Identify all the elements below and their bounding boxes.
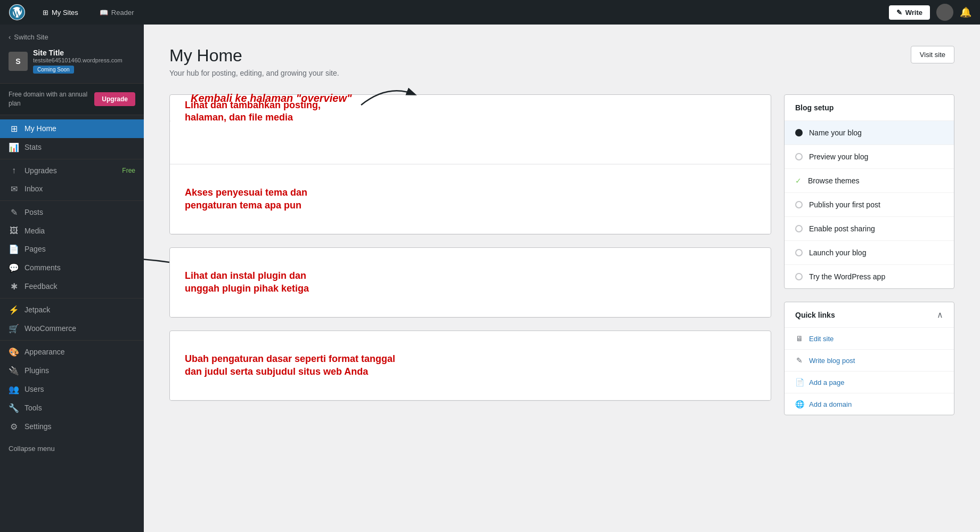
my-sites-icon: ⊞ xyxy=(43,9,48,17)
jetpack-icon: ⚡ xyxy=(9,305,19,315)
blog-panel-plugins[interactable]: Lihat dan instal plugin danunggah plugin… xyxy=(170,248,771,317)
blog-panel-posts[interactable]: Lihat dan tambahkan posting,halaman, dan… xyxy=(170,95,771,164)
chevron-left-icon: ‹ xyxy=(9,33,11,41)
page-title: My Home xyxy=(169,46,339,66)
topbar-reader[interactable]: 📖 Reader xyxy=(95,6,138,19)
site-url: testsite645101460.wordpress.com xyxy=(33,57,123,63)
tools-label: Tools xyxy=(24,404,135,412)
home-icon: ⊞ xyxy=(9,124,19,134)
quick-link-edit-site[interactable]: 🖥 Edit site xyxy=(785,328,954,350)
sidebar-item-upgrades[interactable]: ↑ Upgrades Free xyxy=(0,162,144,180)
notifications-bell-icon[interactable]: 🔔 xyxy=(960,6,971,18)
posts-label: Posts xyxy=(24,208,135,216)
add-domain-label: Add a domain xyxy=(809,400,852,408)
site-text: Site Title testsite645101460.wordpress.c… xyxy=(33,49,123,74)
media-label: Media xyxy=(24,227,135,235)
setup-item-dot-name xyxy=(795,129,803,136)
users-label: Users xyxy=(24,385,135,393)
site-name: Site Title xyxy=(33,49,123,57)
blog-setup-card: Blog setup Name your blog Preview your b… xyxy=(784,94,954,289)
setup-item-browse-themes[interactable]: ✓ Browse themes xyxy=(785,169,954,193)
annotation-overview-text: Kembali ke halaman "overview" xyxy=(191,91,352,105)
topbar: ⊞ My Sites 📖 Reader ✎ Write 🔔 xyxy=(0,0,980,25)
sidebar-item-media[interactable]: 🖼 Media xyxy=(0,222,144,240)
write-post-label: Write blog post xyxy=(809,357,855,365)
add-page-label: Add a page xyxy=(809,378,845,386)
topbar-brand xyxy=(9,4,26,21)
sidebar-item-posts[interactable]: ✎ Posts xyxy=(0,203,144,222)
posts-icon: ✎ xyxy=(9,207,19,217)
nav-section: ⊞ My Home 📊 Stats ↑ Upgrades Free ✉ Inbo… xyxy=(0,115,144,440)
settings-icon: ⚙ xyxy=(9,422,19,432)
users-icon: 👥 xyxy=(9,384,19,394)
site-icon: S xyxy=(9,52,28,71)
setup-item-launch-blog[interactable]: Launch your blog xyxy=(785,241,954,265)
upgrades-free-badge: Free xyxy=(122,167,135,174)
switch-site[interactable]: ‹ Switch Site xyxy=(9,31,135,43)
sidebar-item-settings[interactable]: ⚙ Settings xyxy=(0,417,144,436)
add-domain-icon: 🌐 xyxy=(795,400,804,408)
sidebar-item-my-home[interactable]: ⊞ My Home xyxy=(0,119,144,138)
settings-card: Ubah pengaturan dasar seperti format tan… xyxy=(169,331,771,401)
write-button[interactable]: ✎ Write xyxy=(889,5,930,20)
quick-links-card: Quick links ∧ 🖥 Edit site ✎ Write blog p… xyxy=(784,302,954,415)
quick-link-write-post[interactable]: ✎ Write blog post xyxy=(785,350,954,372)
collapse-menu[interactable]: Collapse menu xyxy=(0,440,144,457)
visit-site-button[interactable]: Visit site xyxy=(911,46,954,63)
upgrade-banner-text: Free domain with an annual plan xyxy=(9,90,94,108)
tools-icon: 🔧 xyxy=(9,403,19,413)
annotation-appearance-text: Akses penyesuai tema danpengaturan tema … xyxy=(185,187,307,212)
chevron-up-icon: ∧ xyxy=(937,310,943,320)
sidebar-item-inbox[interactable]: ✉ Inbox xyxy=(0,180,144,198)
my-sites-label: My Sites xyxy=(52,9,78,17)
quick-links-title: Quick links xyxy=(795,311,835,319)
coming-soon-badge: Coming Soon xyxy=(33,66,74,74)
setup-item-publish-post[interactable]: Publish your first post xyxy=(785,193,954,217)
setup-item-preview-blog[interactable]: Preview your blog xyxy=(785,145,954,169)
sidebar-item-appearance[interactable]: 🎨 Appearance xyxy=(0,343,144,361)
nav-divider-3 xyxy=(0,298,144,299)
setup-item-name-blog[interactable]: Name your blog xyxy=(785,121,954,145)
quick-link-add-page[interactable]: 📄 Add a page xyxy=(785,372,954,393)
sidebar-item-plugins[interactable]: 🔌 Plugins xyxy=(0,361,144,380)
sidebar-item-comments[interactable]: 💬 Comments xyxy=(0,259,144,277)
sidebar-item-pages[interactable]: 📄 Pages xyxy=(0,240,144,259)
switch-site-label: Switch Site xyxy=(14,33,48,41)
sidebar-item-tools[interactable]: 🔧 Tools xyxy=(0,399,144,417)
sidebar-item-woocommerce[interactable]: 🛒 WooCommerce xyxy=(0,319,144,338)
nav-divider-1 xyxy=(0,159,144,159)
sidebar-item-users[interactable]: 👥 Users xyxy=(0,380,144,399)
sidebar-item-feedback[interactable]: ✱ Feedback xyxy=(0,277,144,296)
content-area: My Home Your hub for posting, editing, a… xyxy=(144,25,980,532)
edit-site-icon: 🖥 xyxy=(795,334,804,343)
nav-divider-4 xyxy=(0,340,144,341)
setup-item-dot-launch xyxy=(795,249,803,256)
appearance-icon: 🎨 xyxy=(9,347,19,357)
setup-item-dot-preview xyxy=(795,153,803,160)
write-icon: ✎ xyxy=(896,9,902,17)
plugins-label: Plugins xyxy=(24,366,135,375)
site-info: S Site Title testsite645101460.wordpress… xyxy=(9,43,135,77)
add-page-icon: 📄 xyxy=(795,378,804,386)
setup-name-blog-label: Name your blog xyxy=(809,128,862,137)
stats-label: Stats xyxy=(24,143,135,151)
quick-link-add-domain[interactable]: 🌐 Add a domain xyxy=(785,393,954,415)
stats-icon: 📊 xyxy=(9,142,19,152)
media-icon: 🖼 xyxy=(9,226,19,236)
upgrade-button[interactable]: Upgrade xyxy=(94,92,135,106)
blog-panel-appearance[interactable]: Akses penyesuai tema danpengaturan tema … xyxy=(170,165,771,234)
setup-item-enable-sharing[interactable]: Enable post sharing xyxy=(785,217,954,241)
sidebar-item-stats[interactable]: 📊 Stats xyxy=(0,138,144,157)
sidebar-item-jetpack[interactable]: ⚡ Jetpack xyxy=(0,301,144,319)
setup-publish-post-label: Publish your first post xyxy=(809,200,880,209)
topbar-my-sites[interactable]: ⊞ My Sites xyxy=(38,6,83,19)
user-avatar[interactable] xyxy=(936,4,953,21)
blog-panel-settings[interactable]: Ubah pengaturan dasar seperti format tan… xyxy=(170,331,771,400)
setup-wp-app-label: Try the WordPress app xyxy=(809,272,885,281)
main-layout: ‹ Switch Site S Site Title testsite64510… xyxy=(0,25,980,532)
annotation-plugins-text: Lihat dan instal plugin danunggah plugin… xyxy=(185,270,309,295)
wordpress-logo-icon xyxy=(9,4,26,21)
write-label: Write xyxy=(905,9,922,17)
setup-item-wp-app[interactable]: Try the WordPress app xyxy=(785,265,954,288)
plugins-icon: 🔌 xyxy=(9,366,19,376)
